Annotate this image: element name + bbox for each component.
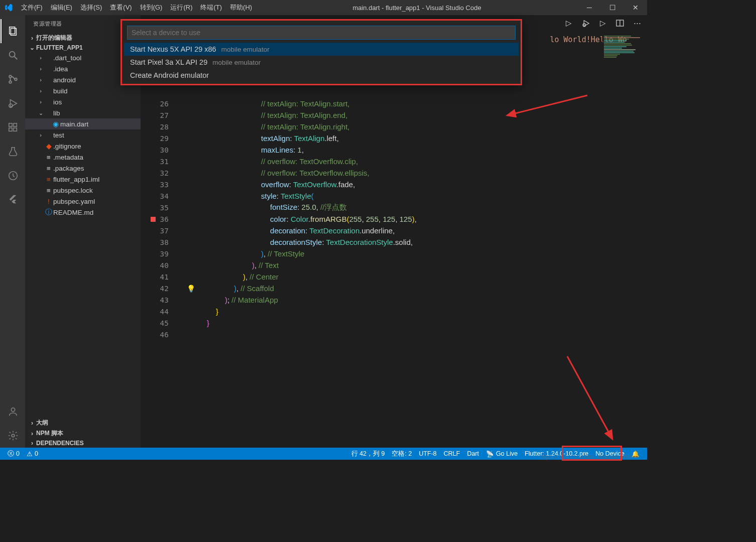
minimap[interactable] — [602, 35, 647, 136]
quickpick-input[interactable] — [127, 26, 516, 40]
code-line[interactable]: 41), // Center — [151, 271, 592, 283]
code-line[interactable]: 42💡), // Scaffold — [151, 283, 592, 294]
extensions-icon[interactable] — [1, 115, 25, 140]
flutter-icon[interactable] — [1, 188, 25, 212]
code-line[interactable]: 43); // MaterialApp — [151, 294, 592, 306]
folder-item[interactable]: ›test — [25, 129, 141, 141]
account-icon[interactable] — [1, 399, 25, 424]
vscode-icon — [0, 3, 17, 12]
title-bar: 文件(F)编辑(E)选择(S)查看(V)转到(G)运行(R)终端(T)帮助(H)… — [0, 0, 647, 15]
tree-label: build — [53, 87, 68, 95]
code-line[interactable]: 33overflow: TextOverflow.fade, — [151, 179, 592, 190]
status-item[interactable]: UTF-8 — [415, 450, 440, 458]
file-item[interactable]: ⓘREADME.md — [25, 207, 141, 218]
folder-item[interactable]: ⌄lib — [25, 107, 141, 118]
play-icon[interactable]: ▷ — [597, 17, 609, 29]
file-item[interactable]: ◉main.dart — [25, 118, 141, 129]
status-item[interactable]: 空格: 2 — [388, 450, 415, 458]
sidebar-section-header[interactable]: ›NPM 脚本 — [25, 428, 141, 439]
menu-bar: 文件(F)编辑(E)选择(S)查看(V)转到(G)运行(R)终端(T)帮助(H) — [17, 3, 256, 12]
menu-item[interactable]: 转到(G) — [136, 3, 167, 12]
tree-label: .idea — [53, 65, 68, 73]
sidebar-section-header[interactable]: ›DEPENDENCIES — [25, 439, 141, 448]
code-line[interactable]: 40), // Text — [151, 259, 592, 271]
status-item[interactable]: CRLF — [440, 450, 464, 458]
code-line[interactable]: 26// textAlign: TextAlign.start, — [151, 98, 592, 109]
code-line[interactable]: 28// textAlign: TextAlign.right, — [151, 121, 592, 132]
tree-label: README.md — [53, 209, 93, 216]
close-button[interactable]: ✕ — [624, 0, 647, 15]
svg-point-14 — [11, 408, 15, 412]
code-line[interactable]: 32// overflow: TextOverflow.ellipsis, — [151, 167, 592, 179]
file-item[interactable]: !pubspec.yaml — [25, 196, 141, 207]
yaml-icon: ! — [44, 198, 53, 205]
maximize-button[interactable]: ☐ — [601, 0, 624, 15]
tree-label: .dart_tool — [53, 54, 81, 62]
run-icon[interactable]: ▷ — [563, 17, 575, 29]
tree-label: android — [53, 76, 76, 84]
folder-item[interactable]: ›ios — [25, 96, 141, 107]
settings-gear-icon[interactable] — [1, 424, 25, 448]
menu-item[interactable]: 编辑(E) — [47, 3, 76, 12]
code-line[interactable]: 34style: TextStyle( — [151, 190, 592, 202]
svg-marker-7 — [11, 100, 17, 107]
source-control-icon[interactable] — [1, 67, 25, 91]
file-item[interactable]: ≡flutter_app1.iml — [25, 174, 141, 185]
file-item[interactable]: ≡.packages — [25, 163, 141, 174]
svg-point-5 — [9, 81, 12, 83]
svg-line-3 — [15, 57, 18, 60]
code-line[interactable]: 30maxLines: 1, — [151, 144, 592, 156]
code-line[interactable]: 29textAlign: TextAlign.left, — [151, 132, 592, 144]
code-line[interactable]: 39), // TextStyle — [151, 248, 592, 259]
search-icon[interactable] — [1, 43, 25, 67]
svg-marker-16 — [584, 20, 589, 26]
lightbulb-icon[interactable]: 💡 — [187, 285, 195, 293]
folder-item[interactable]: ›build — [25, 85, 141, 96]
quickpick-item[interactable]: Create Android emulator — [124, 69, 519, 82]
menu-item[interactable]: 选择(S) — [76, 3, 106, 12]
tree-label: lib — [53, 109, 60, 117]
menu-item[interactable]: 文件(F) — [17, 3, 47, 12]
testing-icon[interactable] — [1, 140, 25, 164]
debug-run-icon[interactable] — [580, 17, 592, 29]
code-line[interactable]: 35 fontSize: 25.0, //浮点数 — [151, 202, 592, 213]
svg-rect-12 — [14, 123, 17, 126]
status-item[interactable]: 行 42，列 9 — [348, 450, 389, 458]
more-icon[interactable]: ⋯ — [631, 17, 643, 29]
explorer-icon[interactable] — [1, 19, 25, 43]
status-warnings[interactable]: ⚠ 0 — [23, 450, 42, 458]
code-line[interactable]: 45} — [151, 317, 592, 329]
code-line[interactable]: 46 — [151, 329, 592, 340]
tree-label: ios — [53, 98, 62, 106]
status-item[interactable]: 📡 Go Live — [482, 450, 521, 458]
watermark: https://blog.csdn.net/Jessieeeeeee — [539, 453, 632, 460]
menu-item[interactable]: 运行(R) — [166, 3, 196, 12]
menu-item[interactable]: 查看(V) — [106, 3, 136, 12]
quickpick-item[interactable]: Start Pixel 3a XL API 29mobile emulator — [124, 56, 519, 69]
file-item[interactable]: ≡.metadata — [25, 152, 141, 163]
menu-item[interactable]: 终端(T) — [196, 3, 226, 12]
minimize-button[interactable]: ─ — [578, 0, 601, 15]
code-line[interactable]: 44} — [151, 306, 592, 317]
dart-icon: ◉ — [51, 120, 60, 128]
code-line[interactable]: 37 decoration: TextDecoration.underline, — [151, 225, 592, 236]
code-line[interactable]: 38 decorationStyle: TextDecorationStyle.… — [151, 236, 592, 248]
code-line[interactable]: 36 color: Color.fromARGB(255, 255, 125, … — [151, 213, 592, 225]
status-errors[interactable]: ⓧ 0 — [4, 450, 23, 458]
svg-point-15 — [12, 434, 15, 437]
menu-item[interactable]: 帮助(H) — [226, 3, 256, 12]
code-line[interactable]: 31// overflow: TextOverflow.clip, — [151, 156, 592, 167]
file-item[interactable]: ◆.gitignore — [25, 141, 141, 152]
history-icon[interactable] — [1, 164, 25, 188]
svg-rect-11 — [14, 128, 17, 131]
device-quickpick: Start Nexus 5X API 29 x86mobile emulator… — [120, 19, 522, 85]
code-line[interactable]: 27// textAlign: TextAlign.end, — [151, 109, 592, 121]
debug-icon[interactable] — [1, 91, 25, 115]
svg-point-6 — [15, 78, 17, 81]
sidebar-section-header[interactable]: ›大纲 — [25, 418, 141, 428]
file-item[interactable]: ≡pubspec.lock — [25, 185, 141, 196]
tree-label: pubspec.yaml — [53, 198, 95, 205]
split-editor-icon[interactable] — [614, 17, 626, 29]
quickpick-item[interactable]: Start Nexus 5X API 29 x86mobile emulator — [124, 43, 519, 56]
status-item[interactable]: Dart — [463, 450, 482, 458]
